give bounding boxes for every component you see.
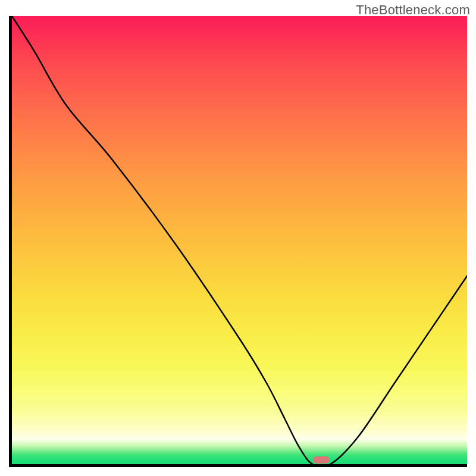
chart-container: TheBottleneck.com [0, 0, 476, 476]
curve-svg [12, 16, 467, 464]
plot-frame [9, 16, 467, 467]
watermark-text: TheBottleneck.com [356, 2, 470, 18]
optimal-marker [313, 456, 330, 464]
bottleneck-curve [12, 16, 467, 464]
